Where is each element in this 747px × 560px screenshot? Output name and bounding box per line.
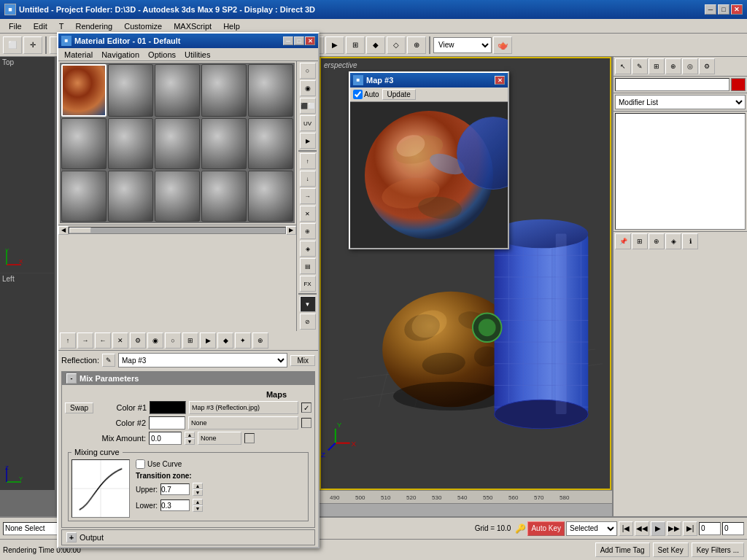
key-filters-btn[interactable]: Key Filters ... (692, 542, 744, 557)
material-editor-min[interactable]: ─ (283, 36, 293, 45)
lower-spinner[interactable]: ▲ ▼ (193, 499, 203, 512)
mat-get-material-btn[interactable]: ↑ (300, 153, 316, 169)
lower-spin-up[interactable]: ▲ (193, 499, 203, 505)
mix-amount-checkbox[interactable] (244, 433, 255, 443)
swap-button[interactable]: Swap (65, 402, 93, 413)
mat-put-to-scene-btn[interactable]: ↓ (300, 171, 316, 187)
mat-delete-btn[interactable]: ✕ (112, 332, 128, 349)
menu-file[interactable]: File (3, 20, 28, 32)
mat-sphere-3[interactable] (155, 64, 200, 117)
rt-copy-paste-btn[interactable]: ⊕ (649, 233, 665, 249)
toolbar-camera-btn[interactable]: ⊞ (346, 36, 365, 54)
frame-input-2[interactable] (722, 522, 744, 535)
auto-key-button[interactable]: Auto Key (527, 521, 565, 536)
mat-sphere-9[interactable] (201, 118, 247, 169)
rt-make-ref-btn[interactable]: ◈ (665, 233, 681, 249)
mix-amount-input[interactable] (149, 432, 182, 445)
spin-up-btn[interactable]: ▲ (185, 432, 195, 438)
toolbar-shapes-btn[interactable]: ◇ (387, 36, 406, 54)
mat-sphere-4[interactable] (201, 64, 247, 117)
spin-down-btn[interactable]: ▼ (185, 438, 195, 445)
map3-close-btn[interactable]: ✕ (495, 76, 505, 85)
mix-amount-spinner[interactable]: ▲ ▼ (185, 432, 195, 445)
rt-select-btn[interactable]: ↖ (615, 58, 631, 74)
menu-customize[interactable]: Customize (118, 20, 168, 32)
mat-sample-uv-btn[interactable]: UV (300, 115, 316, 131)
mat-background-btn[interactable]: ⬛⬜ (300, 98, 316, 114)
prev-frame-btn[interactable]: |◀ (619, 521, 633, 536)
rt-info-btn[interactable]: ℹ (682, 233, 698, 249)
mat-show-final-btn[interactable]: ▶ (200, 332, 216, 349)
mat-backlight-btn[interactable]: ◉ (300, 80, 316, 96)
prev-key-btn[interactable]: ◀◀ (635, 521, 649, 536)
minimize-button[interactable]: ─ (705, 4, 716, 15)
mat-sphere-2[interactable] (108, 64, 153, 117)
upper-spinner[interactable]: ▲ ▼ (193, 483, 203, 496)
upper-spin-up[interactable]: ▲ (193, 483, 203, 489)
scroll-right-btn[interactable]: ▶ (286, 226, 296, 235)
upper-input[interactable] (160, 483, 190, 495)
material-editor-close[interactable]: ✕ (305, 36, 315, 45)
menu-rendering[interactable]: Rendering (69, 20, 118, 32)
material-editor-max[interactable]: □ (294, 36, 304, 45)
rt-pin-btn[interactable]: 📌 (615, 233, 631, 249)
mat-map-nav-btn[interactable]: ⊞ (182, 332, 198, 349)
frame-input[interactable] (699, 522, 721, 535)
collapse-button[interactable]: - (66, 373, 77, 384)
mat-sphere-12[interactable] (108, 171, 153, 222)
mat-sphere-15[interactable] (248, 171, 293, 222)
rt-display-btn[interactable]: ◎ (682, 58, 698, 74)
close-button[interactable]: ✕ (731, 4, 743, 15)
mat-pick-from-scene-btn[interactable]: ⊕ (252, 332, 268, 349)
lower-spin-down[interactable]: ▼ (193, 505, 203, 512)
right-color-swatch[interactable] (731, 78, 746, 91)
maximize-button[interactable]: □ (718, 4, 729, 15)
view-dropdown[interactable]: View (433, 37, 492, 53)
menu-t[interactable]: T (53, 20, 70, 32)
reflection-picker-btn[interactable]: ✎ (102, 354, 115, 367)
map3-update-btn[interactable]: Update (382, 89, 416, 100)
color2-swatch[interactable] (149, 416, 185, 429)
play-btn[interactable]: ▶ (651, 521, 665, 536)
selected-dropdown[interactable]: Selected (566, 521, 617, 536)
mat-sphere-type-btn[interactable]: ○ (165, 332, 181, 349)
color1-checkbox[interactable] (301, 402, 311, 413)
mat-show-map-btn[interactable]: ▼ (300, 296, 316, 312)
mat-sample-type-btn[interactable]: ○ (300, 63, 316, 79)
color1-swatch[interactable] (150, 401, 186, 414)
menu-edit[interactable]: Edit (28, 20, 53, 32)
spheres-scrollbar[interactable]: ◀ ▶ (58, 225, 296, 235)
map3-button[interactable]: Map #3 (Reflection.jpg) (189, 401, 298, 414)
color2-checkbox[interactable] (301, 418, 311, 428)
map3-auto-checkbox[interactable] (353, 90, 363, 99)
toolbar-teapot-btn[interactable]: 🫖 (493, 36, 512, 54)
mat-menu-options[interactable]: Options (144, 50, 180, 60)
mat-copy-btn[interactable]: ⊕ (300, 223, 316, 239)
toolbar-light-btn[interactable]: ◆ (366, 36, 385, 54)
toolbar-render-btn[interactable]: ▶ (325, 36, 344, 54)
rt-paint-btn[interactable]: ✎ (632, 58, 648, 74)
mat-show-map2-btn[interactable]: ◆ (217, 332, 233, 349)
toolbar-move-btn[interactable]: ✛ (23, 36, 42, 54)
add-time-tag-btn[interactable]: Add Time Tag (595, 542, 650, 557)
mix-button[interactable]: Mix (290, 355, 315, 366)
next-frame-btn[interactable]: ▶| (683, 521, 697, 536)
mat-assign-btn[interactable]: → (300, 188, 316, 204)
mat-put-to-library-btn[interactable]: ▤ (300, 258, 316, 274)
mat-sphere-8[interactable] (155, 118, 200, 169)
toolbar-helpers-btn[interactable]: ⊕ (407, 36, 426, 54)
mat-nav-fwd-btn[interactable]: → (77, 332, 93, 349)
menu-maxscript[interactable]: MAXScript (168, 20, 217, 32)
curve-canvas[interactable] (71, 459, 130, 518)
rt-motion-btn[interactable]: ⊕ (665, 58, 681, 74)
menu-help[interactable]: Help (217, 20, 246, 32)
modifier-list-dropdown[interactable]: Modifier List (615, 95, 746, 109)
rt-utilities-btn[interactable]: ⚙ (699, 58, 715, 74)
scroll-thumb[interactable] (69, 228, 91, 233)
next-key-btn[interactable]: ▶▶ (667, 521, 681, 536)
lower-input[interactable] (160, 499, 190, 511)
mat-video-color-btn[interactable]: ▶ (300, 133, 316, 149)
toolbar-select-btn[interactable]: ⬜ (3, 36, 22, 54)
mat-menu-utilities[interactable]: Utilities (180, 50, 214, 60)
right-color-input[interactable] (615, 78, 729, 91)
